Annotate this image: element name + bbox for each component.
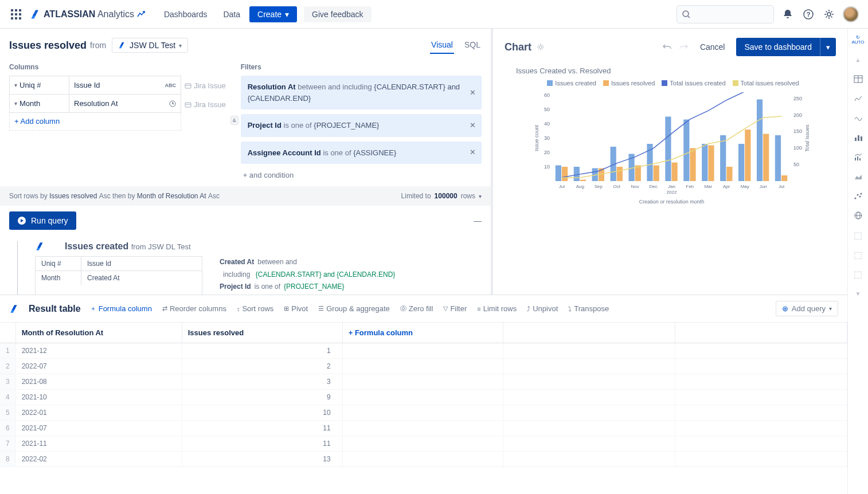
- settings-icon[interactable]: [822, 7, 836, 21]
- header-month[interactable]: Month of Resolution At: [15, 323, 182, 343]
- chevron-down-icon[interactable]: ▾: [479, 193, 482, 199]
- legend-item[interactable]: Total issues resolved: [733, 80, 799, 87]
- cancel-button[interactable]: Cancel: [694, 39, 731, 55]
- legend-item[interactable]: Issues resolved: [603, 80, 655, 87]
- atlassian-icon: [9, 304, 19, 314]
- query2-title[interactable]: Issues created from JSW DL Test: [65, 241, 191, 252]
- toolbar-reorder-columns[interactable]: ⇄Reorder columns: [162, 304, 226, 313]
- tab-visual[interactable]: Visual: [430, 37, 454, 54]
- svg-rect-79: [858, 135, 859, 141]
- tab-sql[interactable]: SQL: [463, 37, 482, 54]
- toolbar-sort-rows[interactable]: ↕Sort rows: [237, 304, 273, 313]
- rail-auto[interactable]: ↻AUTO: [851, 33, 865, 47]
- collapse-icon[interactable]: —: [474, 216, 482, 225]
- svg-text:Jul: Jul: [779, 184, 784, 189]
- svg-rect-80: [861, 136, 862, 141]
- column-row[interactable]: ▾Uniq #Issue IdABC: [9, 76, 181, 95]
- toolbar-pivot[interactable]: ⊞Pivot: [284, 304, 308, 313]
- logo[interactable]: ATLASSIAN Analytics: [30, 9, 146, 20]
- create-button[interactable]: Create▾: [249, 6, 297, 22]
- table-row[interactable]: 22022-072: [0, 359, 847, 374]
- user-avatar[interactable]: [843, 6, 859, 22]
- svg-rect-4: [15, 13, 17, 15]
- rail-chevron-down-icon[interactable]: ▼: [851, 287, 865, 300]
- rail-bar-chart-icon[interactable]: [851, 131, 865, 144]
- svg-text:Mar: Mar: [704, 184, 712, 189]
- svg-rect-57: [781, 175, 787, 181]
- rail-globe-icon[interactable]: [851, 209, 865, 222]
- remove-filter-icon[interactable]: ✕: [470, 87, 476, 99]
- rail-card-icon[interactable]: ⬚: [851, 228, 865, 242]
- header-resolved[interactable]: Issues resolved: [182, 323, 342, 343]
- nav-dashboards[interactable]: Dashboards: [157, 6, 214, 22]
- svg-point-13: [827, 13, 831, 16]
- app-switcher-icon[interactable]: [9, 7, 23, 21]
- table-row[interactable]: 42021-109: [0, 390, 847, 405]
- toolbar-formula-column[interactable]: ＋Formula column: [90, 304, 152, 313]
- toolbar-filter[interactable]: ▽Filter: [443, 304, 467, 313]
- legend-item[interactable]: Issues created: [547, 80, 596, 87]
- jira-issue-tag: Jira Issue: [181, 97, 229, 112]
- svg-rect-1: [15, 9, 17, 11]
- data-source-selector[interactable]: JSW DL Test ▾: [112, 38, 188, 53]
- svg-point-86: [859, 196, 861, 198]
- rail-sparkline-icon[interactable]: [851, 111, 865, 125]
- remove-filter-icon[interactable]: ✕: [470, 147, 476, 159]
- gear-icon[interactable]: [536, 42, 545, 52]
- svg-rect-56: [763, 134, 769, 182]
- rail-table-icon[interactable]: [851, 72, 865, 86]
- sort-bar[interactable]: Sort rows by Issues resolved Asc then by…: [0, 186, 491, 206]
- toolbar-transpose[interactable]: ⤵Transpose: [568, 304, 609, 313]
- svg-text:60: 60: [544, 92, 550, 98]
- feedback-button[interactable]: Give feedback: [304, 6, 372, 22]
- chart-plot[interactable]: 10203040506050100150200250JulAugSepOctNo…: [510, 92, 836, 283]
- svg-point-87: [860, 193, 862, 195]
- save-dropdown-button[interactable]: ▾: [820, 38, 836, 56]
- remove-filter-icon[interactable]: ✕: [470, 120, 476, 131]
- toolbar-limit-rows[interactable]: ≡Limit rows: [477, 304, 517, 313]
- filter-pill[interactable]: Assignee Account Id is one of {ASSIGNEE}…: [241, 142, 482, 164]
- legend-item[interactable]: Total issues created: [662, 80, 725, 87]
- table-row[interactable]: 12021-121: [0, 343, 847, 359]
- rail-kpi-icon[interactable]: ⬚: [851, 248, 865, 261]
- rail-misc-icon[interactable]: ⬚: [851, 267, 865, 281]
- svg-text:Creation or resolution month: Creation or resolution month: [639, 199, 705, 205]
- filter-pill[interactable]: Resolution At between and including {CAL…: [241, 76, 482, 109]
- svg-text:Feb: Feb: [686, 184, 694, 189]
- query2-columns-table: Uniq #Issue IdMonthCreated At: [35, 256, 202, 295]
- header-formula-column[interactable]: + Formula column: [342, 323, 503, 343]
- table-row[interactable]: 72021-1111: [0, 436, 847, 452]
- redo-icon[interactable]: [678, 42, 689, 52]
- table-row[interactable]: 82022-0213: [0, 452, 847, 467]
- undo-icon[interactable]: [662, 42, 672, 52]
- jira-issue-tag: Jira Issue: [181, 78, 229, 93]
- table-row[interactable]: 52022-0110: [0, 405, 847, 421]
- table-row[interactable]: 32021-083: [0, 374, 847, 390]
- add-column-button[interactable]: + Add column: [9, 112, 181, 131]
- add-condition-button[interactable]: + and condition: [241, 168, 482, 182]
- svg-text:Aug: Aug: [576, 184, 584, 189]
- search-input[interactable]: [677, 5, 774, 23]
- toolbar-unpivot[interactable]: ⤴Unpivot: [527, 304, 558, 313]
- rail-chevron-up-icon[interactable]: ▲: [851, 53, 865, 66]
- rail-scatter-icon[interactable]: [851, 189, 865, 203]
- rail-area-chart-icon[interactable]: [851, 170, 865, 183]
- svg-text:Total Issues: Total Issues: [804, 124, 810, 152]
- svg-rect-42: [738, 144, 744, 181]
- play-icon: [17, 216, 26, 225]
- help-icon[interactable]: ?: [801, 7, 815, 21]
- toolbar-group-aggregate[interactable]: ☰Group & aggregate: [318, 304, 390, 313]
- svg-rect-3: [11, 13, 13, 15]
- notifications-icon[interactable]: [781, 7, 795, 21]
- add-query-button[interactable]: ⊕Add query▾: [776, 301, 838, 316]
- rail-combo-chart-icon[interactable]: [851, 150, 865, 164]
- filter-pill[interactable]: Project Id is one of {PROJECT_NAME}✕: [241, 114, 482, 137]
- table-row[interactable]: 62021-0711: [0, 421, 847, 436]
- rail-line-chart-icon[interactable]: [851, 92, 865, 105]
- nav-data[interactable]: Data: [216, 6, 247, 22]
- save-to-dashboard-button[interactable]: Save to dashboard: [736, 38, 820, 56]
- svg-text:May: May: [741, 184, 749, 189]
- column-row[interactable]: ▾MonthResolution At: [9, 94, 181, 113]
- run-query-button[interactable]: Run query: [9, 211, 76, 230]
- toolbar-zero-fill[interactable]: ⓪Zero fill: [400, 304, 433, 313]
